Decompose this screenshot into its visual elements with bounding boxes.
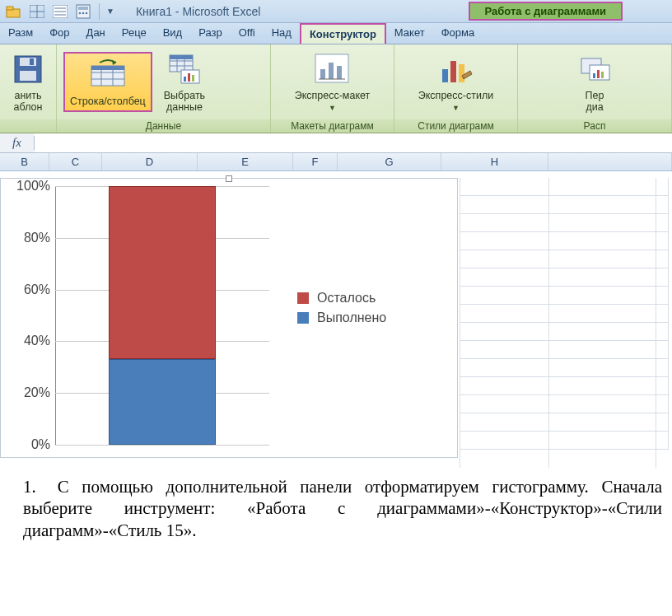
ytick-20: 20% <box>9 385 50 400</box>
instruction-number: 1. <box>23 476 44 497</box>
bar-stack-1[interactable] <box>109 186 216 445</box>
col-F[interactable]: F <box>293 153 338 170</box>
fx-icon[interactable]: fx <box>0 136 35 150</box>
grid-cells[interactable] <box>460 178 669 468</box>
chart-layout-icon <box>314 51 350 87</box>
embedded-chart[interactable]: 0% 20% 40% 60% 80% 100% Осталось Выполне… <box>0 178 458 458</box>
title-bar: ▼ Книга1 - Microsoft Excel Работа с диаг… <box>0 0 672 23</box>
quick-layout-label: Экспресс-макет <box>295 90 371 101</box>
tab-rece[interactable]: Реце <box>114 23 155 44</box>
tab-razr[interactable]: Разр <box>190 23 231 44</box>
legend-label-remaining: Осталось <box>317 291 376 306</box>
window-grid-icon[interactable] <box>28 2 46 21</box>
legend-item-remaining[interactable]: Осталось <box>297 291 386 306</box>
chart-plot-area[interactable]: 0% 20% 40% 60% 80% 100% <box>55 187 269 446</box>
group-location: Пер диа Расп <box>518 44 672 133</box>
tab-konstruktor[interactable]: Конструктор <box>300 23 386 44</box>
svg-rect-40 <box>442 69 448 82</box>
open-icon[interactable] <box>5 2 23 21</box>
chart-legend[interactable]: Осталось Выполнено <box>297 286 386 330</box>
group-location-label: Расп <box>518 119 671 133</box>
calc-icon[interactable] <box>74 2 92 21</box>
svg-rect-30 <box>170 55 193 59</box>
svg-point-12 <box>82 12 85 14</box>
ytick-40: 40% <box>9 334 50 348</box>
legend-item-done[interactable]: Выполнено <box>297 310 386 325</box>
qat-separator <box>99 3 100 20</box>
svg-rect-42 <box>459 64 464 82</box>
tab-maket[interactable]: Макет <box>386 23 433 44</box>
group-chart-styles: Экспресс-стили▼ Стили диаграмм <box>394 44 518 133</box>
quick-layout-button[interactable]: Экспресс-макет▼ <box>292 49 374 115</box>
svg-rect-46 <box>597 70 600 78</box>
tab-for[interactable]: Фор <box>41 23 77 44</box>
svg-point-13 <box>86 12 88 14</box>
svg-rect-36 <box>320 69 325 79</box>
legend-label-done: Выполнено <box>317 310 386 325</box>
svg-rect-10 <box>78 7 88 10</box>
save-template-button[interactable]: анить аблон <box>7 49 49 115</box>
floppy-icon <box>10 51 46 87</box>
ribbon: анить аблон Строка/столбец Выбрать данны… <box>0 44 672 133</box>
context-tab-chart-tools[interactable]: Работа с диаграммами <box>469 2 623 21</box>
group-layouts-label: Макеты диаграмм <box>271 119 394 133</box>
bar-segment-done <box>109 359 216 445</box>
svg-rect-33 <box>188 73 190 82</box>
svg-rect-41 <box>450 61 456 82</box>
col-last[interactable] <box>548 153 672 170</box>
group-styles-label: Стили диаграмм <box>394 119 517 133</box>
group-data-label: Данные <box>57 119 270 133</box>
ribbon-tabs: Разм Фор Дан Реце Вид Разр Offi Над Конс… <box>0 23 672 44</box>
svg-rect-32 <box>184 77 186 82</box>
move-chart-button[interactable]: Пер диа <box>573 49 616 115</box>
move-chart-icon <box>576 51 613 87</box>
col-E[interactable]: E <box>198 153 293 170</box>
group-templates: анить аблон <box>0 44 57 133</box>
quick-styles-dropdown-icon: ▼ <box>452 104 460 112</box>
svg-rect-47 <box>601 72 604 78</box>
tab-razm[interactable]: Разм <box>0 23 41 44</box>
instruction-paragraph: 1. С помощью дополнительной панели отфор… <box>0 468 672 558</box>
switch-row-column-label: Строка/столбец <box>70 96 146 107</box>
list-icon[interactable] <box>51 2 69 21</box>
col-G[interactable]: G <box>338 153 441 170</box>
col-C[interactable]: C <box>49 153 102 170</box>
qat-customize-dropdown[interactable]: ▼ <box>106 7 114 16</box>
formula-input[interactable] <box>35 133 672 152</box>
ytick-80: 80% <box>9 231 50 245</box>
app-title: Книга1 - Microsoft Excel <box>136 5 260 18</box>
quick-layout-dropdown-icon: ▼ <box>329 104 336 112</box>
tab-format[interactable]: Форма <box>433 23 483 44</box>
svg-point-11 <box>79 12 82 14</box>
col-B[interactable]: B <box>0 153 49 170</box>
switch-row-column-button[interactable]: Строка/столбец <box>63 52 152 112</box>
ytick-60: 60% <box>9 282 50 297</box>
quick-styles-button[interactable]: Экспресс-стили▼ <box>415 49 497 115</box>
svg-rect-37 <box>329 63 334 79</box>
select-data-button[interactable]: Выбрать данные <box>161 49 208 115</box>
col-H[interactable]: H <box>441 153 548 170</box>
col-D[interactable]: D <box>102 153 198 170</box>
y-axis <box>55 187 56 446</box>
select-data-icon <box>166 51 203 87</box>
worksheet-area[interactable]: 0% 20% 40% 60% 80% 100% Осталось Выполне… <box>0 171 672 468</box>
group-templates-label <box>0 119 56 133</box>
tab-dan[interactable]: Дан <box>78 23 114 44</box>
svg-rect-23 <box>91 66 124 70</box>
column-headers: B C D E F G H <box>0 153 672 171</box>
ytick-100: 100% <box>9 179 50 194</box>
tab-vid[interactable]: Вид <box>155 23 191 44</box>
svg-rect-1 <box>7 7 13 10</box>
svg-rect-45 <box>593 73 595 78</box>
group-chart-layouts: Экспресс-макет▼ Макеты диаграмм <box>271 44 394 133</box>
tab-offi[interactable]: Offi <box>231 23 264 44</box>
quick-styles-label: Экспресс-стили <box>418 90 493 101</box>
bar-segment-remaining <box>109 186 216 359</box>
ytick-0: 0% <box>9 437 50 452</box>
legend-swatch-remaining <box>297 292 309 304</box>
chart-handle-top[interactable] <box>226 175 232 182</box>
tab-nad[interactable]: Над <box>264 23 300 44</box>
legend-swatch-done <box>297 312 309 324</box>
formula-bar: fx <box>0 133 672 153</box>
instruction-text: С помощью дополнительной панели отформат… <box>23 477 662 540</box>
